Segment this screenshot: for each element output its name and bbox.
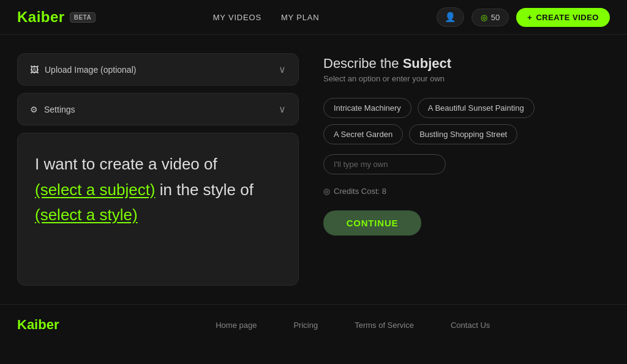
option-chip-shopping-street[interactable]: Bustling Shopping Street [409, 124, 517, 144]
upload-label: Upload Image (optional) [45, 65, 136, 75]
plus-icon: + [527, 13, 532, 22]
left-panel: 🖼 Upload Image (optional) ∨ ⚙ Settings ∨… [17, 53, 299, 286]
option-chip-secret-garden[interactable]: A Secret Garden [323, 124, 403, 144]
logo: Kaiber [17, 9, 65, 26]
settings-icon: ⚙ [30, 105, 38, 114]
option-chip-sunset-painting[interactable]: A Beautiful Sunset Painting [418, 98, 535, 118]
prompt-intro: I want to create a video of [35, 155, 217, 173]
upload-accordion[interactable]: 🖼 Upload Image (optional) ∨ [17, 53, 299, 86]
nav-my-plan[interactable]: MY PLAN [281, 13, 319, 22]
create-video-button[interactable]: + CREATE VIDEO [516, 8, 610, 27]
prompt-text: I want to create a video of (select a su… [35, 152, 281, 228]
settings-label: Settings [44, 105, 75, 114]
subject-subtitle: Select an option or enter your own [323, 74, 610, 83]
subject-title-bold: Subject [403, 56, 451, 71]
credits-count: 50 [491, 13, 500, 22]
footer-links: Home page Pricing Terms of Service Conta… [96, 321, 610, 330]
footer-link-tos[interactable]: Terms of Service [355, 321, 414, 330]
main-content: 🖼 Upload Image (optional) ∨ ⚙ Settings ∨… [0, 35, 627, 304]
footer-link-contact[interactable]: Contact Us [451, 321, 490, 330]
prompt-box: I want to create a video of (select a su… [17, 133, 299, 286]
user-icon: 👤 [445, 12, 456, 23]
upload-chevron-icon: ∨ [279, 64, 286, 75]
footer-link-pricing[interactable]: Pricing [293, 321, 318, 330]
footer: Kaiber Home page Pricing Terms of Servic… [0, 304, 627, 345]
style-select-link[interactable]: (select a style) [35, 206, 138, 224]
create-video-label: CREATE VIDEO [536, 13, 599, 22]
credits-cost-row: ◎ Credits Cost: 8 [323, 187, 610, 196]
nav-my-videos[interactable]: MY VIDEOS [213, 13, 261, 22]
options-grid: Intricate Machinery A Beautiful Sunset P… [323, 98, 610, 144]
credits-cost-icon: ◎ [323, 187, 330, 196]
user-button[interactable]: 👤 [437, 7, 464, 27]
subject-title: Describe the Subject [323, 56, 610, 72]
credits-button[interactable]: ◎ 50 [471, 9, 509, 26]
footer-link-home[interactable]: Home page [216, 321, 257, 330]
right-panel: Describe the Subject Select an option or… [323, 53, 610, 286]
subject-title-prefix: Describe the [323, 56, 403, 71]
header: Kaiber BETA MY VIDEOS MY PLAN 👤 ◎ 50 + C… [0, 0, 627, 35]
settings-chevron-icon: ∨ [279, 103, 286, 115]
header-right: 👤 ◎ 50 + CREATE VIDEO [437, 7, 610, 27]
own-input-row [323, 154, 610, 174]
logo-area: Kaiber BETA [17, 9, 96, 26]
option-chip-intricate-machinery[interactable]: Intricate Machinery [323, 98, 411, 118]
settings-accordion[interactable]: ⚙ Settings ∨ [17, 93, 299, 125]
footer-logo: Kaiber [17, 317, 59, 333]
subject-heading-area: Describe the Subject Select an option or… [323, 56, 610, 83]
main-nav: MY VIDEOS MY PLAN [213, 13, 320, 22]
coin-icon: ◎ [481, 13, 487, 22]
upload-icon: 🖼 [30, 65, 39, 75]
own-input-field[interactable] [323, 154, 446, 174]
prompt-middle: in the style of [160, 180, 253, 199]
beta-badge: BETA [70, 12, 96, 23]
continue-button[interactable]: CONTINUE [323, 210, 421, 236]
subject-select-link[interactable]: (select a subject) [35, 180, 156, 199]
credits-cost-label: Credits Cost: 8 [334, 187, 386, 196]
